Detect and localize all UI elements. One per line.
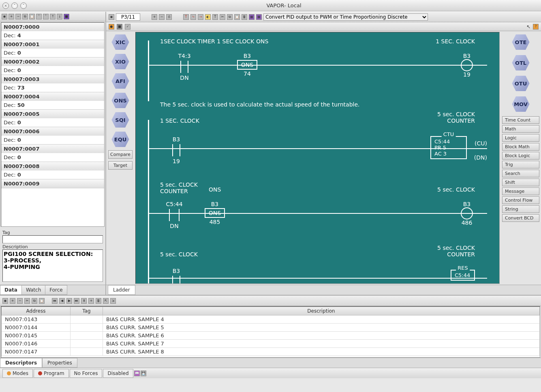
descriptors-table[interactable]: Address Tag Description N0007:0143BIAS C…	[1, 306, 540, 358]
data-row[interactable]: N0007:0006Dec: 0	[1, 127, 104, 145]
yellow-icon[interactable]: ◐	[205, 14, 211, 20]
save-icon[interactable]: 💾	[141, 371, 146, 376]
table-row[interactable]: N0007:0147BIAS CURR. SAMPLE 8	[2, 348, 540, 356]
status-forces[interactable]: No Forces	[70, 369, 103, 378]
data-row[interactable]: N0007:0008Dec: 0	[1, 162, 104, 179]
instr-xic[interactable]: XIC	[111, 34, 130, 51]
add-icon[interactable]: +	[88, 298, 94, 304]
instruction-dropdown[interactable]: Convert PID output to PWM or Time Propor…	[263, 13, 428, 21]
zoom-in-icon[interactable]: +	[152, 14, 157, 20]
table-row[interactable]: N0007:0143BIAS CURR. SAMPLE 4	[2, 315, 540, 324]
col-tag[interactable]: Tag	[71, 307, 103, 315]
minimize-icon[interactable]: ˅	[11, 2, 18, 9]
data-row[interactable]: N0007:0005Dec: 0	[1, 110, 104, 127]
tab-descriptors[interactable]: Descriptors	[0, 358, 42, 368]
zoom-out-icon[interactable]: −	[159, 14, 165, 20]
btn-compare[interactable]: Compare	[108, 150, 133, 159]
tab-ladder[interactable]: Ladder	[108, 285, 135, 295]
purple-icon[interactable]: ■	[64, 14, 69, 19]
up-icon[interactable]: ˄	[36, 14, 42, 19]
branch-icon[interactable]: ⤷	[190, 14, 196, 20]
paste-icon[interactable]: 📋	[234, 14, 240, 20]
export-icon[interactable]: ⇱	[103, 298, 109, 304]
bottom-icon[interactable]: ⤓	[57, 14, 62, 19]
help-icon[interactable]: ?	[533, 24, 539, 30]
instr-ons[interactable]: ONS	[111, 92, 130, 109]
zoom-in-icon[interactable]: +	[9, 14, 14, 19]
stop-icon[interactable]: ■	[117, 24, 122, 30]
instr-otu[interactable]: OTU	[511, 75, 530, 92]
copy-icon[interactable]: ⧉	[22, 14, 28, 19]
data-list[interactable]: N0007:0000Dec: 4N0007:0001Dec: 0N0007:00…	[1, 22, 105, 227]
instr-otl[interactable]: OTL	[511, 54, 530, 71]
data-row[interactable]: N0007:0001Dec: 0	[1, 40, 104, 58]
first-icon[interactable]: ⏮	[52, 298, 58, 304]
pause-icon[interactable]: ⏸	[81, 298, 87, 304]
paste-icon[interactable]: 📋	[39, 298, 45, 304]
data-row[interactable]: N0007:0004Dec: 50	[1, 92, 104, 110]
category-control-flow[interactable]: Control Flow	[502, 196, 539, 204]
data-row[interactable]: N0007:0009	[1, 179, 104, 188]
down-icon[interactable]: ˅	[43, 14, 49, 19]
top-icon[interactable]: ⤒	[50, 14, 56, 19]
last-icon[interactable]: ⏭	[74, 298, 79, 304]
next-icon[interactable]: ▶	[66, 298, 72, 304]
tab-watch[interactable]: Watch	[21, 285, 45, 295]
print-icon[interactable]: ⎙	[166, 14, 172, 20]
category-message[interactable]: Message	[502, 187, 539, 195]
category-math[interactable]: Math	[502, 125, 539, 133]
category-shift[interactable]: Shift	[502, 179, 539, 186]
instr-afi[interactable]: AFI	[111, 72, 130, 89]
col-description[interactable]: Description	[103, 307, 540, 315]
data-row[interactable]: N0007:0002Dec: 0	[1, 58, 104, 75]
col-address[interactable]: Address	[2, 307, 71, 315]
ladder-canvas[interactable]: 1SEC CLOCK TIMER 1 SEC CLOCK ONS 1 SEC. …	[135, 32, 500, 284]
grid1-icon[interactable]: ▦	[249, 14, 254, 20]
data-row[interactable]: N0007:0007Dec: 0	[1, 145, 104, 162]
tab-force[interactable]: Force	[45, 285, 67, 295]
label-icon[interactable]: T	[212, 14, 218, 20]
copy-icon[interactable]: ⧉	[227, 14, 233, 20]
target-icon[interactable]: ◉	[109, 14, 114, 20]
red-t-icon[interactable]: T	[183, 14, 189, 20]
grid2-icon[interactable]: ▦	[256, 14, 262, 20]
category-string[interactable]: String	[502, 205, 539, 213]
instr-ote[interactable]: OTE	[511, 34, 530, 51]
target-icon[interactable]: ◉	[2, 298, 8, 304]
category-block-math[interactable]: Block Math	[502, 143, 539, 151]
extend-icon[interactable]: →	[198, 14, 203, 20]
copy-icon[interactable]: ⧉	[32, 298, 37, 304]
instr-mov[interactable]: MOV	[511, 96, 530, 113]
orange-dot-icon[interactable]: ●	[109, 24, 114, 30]
prev-icon[interactable]: ◀	[59, 298, 65, 304]
category-block-logic[interactable]: Block Logic	[502, 152, 539, 160]
delete-icon[interactable]: 🗑	[96, 298, 101, 304]
check-icon[interactable]: ✓	[125, 24, 130, 30]
data-row[interactable]: N0007:0003Dec: 73	[1, 75, 104, 92]
category-search[interactable]: Search	[502, 170, 539, 177]
instr-equ[interactable]: EQU	[111, 131, 130, 148]
description-input[interactable]	[2, 249, 103, 282]
category-convert-bcd[interactable]: Convert BCD	[502, 214, 539, 222]
cut-icon[interactable]: ✂	[220, 14, 225, 20]
status-modes[interactable]: Modes	[2, 369, 33, 378]
cut-icon[interactable]: ✂	[24, 298, 30, 304]
instr-xio[interactable]: XIO	[111, 53, 130, 70]
table-row[interactable]: N0007:0144BIAS CURR. SAMPLE 5	[2, 324, 540, 332]
table-row[interactable]: N0007:0146BIAS CURR. SAMPLE 7	[2, 340, 540, 348]
paste-icon[interactable]: 📋	[29, 14, 35, 19]
btn-target[interactable]: Target	[108, 161, 133, 170]
status-program[interactable]: Program	[34, 369, 69, 378]
category-time-count[interactable]: Time Count	[502, 116, 539, 124]
status-disabled[interactable]: Disabled	[103, 369, 133, 378]
location-input[interactable]	[116, 13, 140, 21]
delete-icon[interactable]: 🗑	[242, 14, 247, 20]
zoom-out-icon[interactable]: −	[15, 14, 21, 19]
target-icon[interactable]: ◉	[2, 14, 7, 19]
zoom-out-icon[interactable]: −	[17, 298, 23, 304]
tab-properties[interactable]: Properties	[42, 358, 77, 368]
table-row[interactable]: N0007:0145BIAS CURR. SAMPLE 6	[2, 332, 540, 340]
book-icon[interactable]: 📖	[134, 371, 140, 376]
maximize-icon[interactable]: ˄	[20, 2, 27, 9]
instr-sqi[interactable]: SQI	[111, 111, 130, 128]
